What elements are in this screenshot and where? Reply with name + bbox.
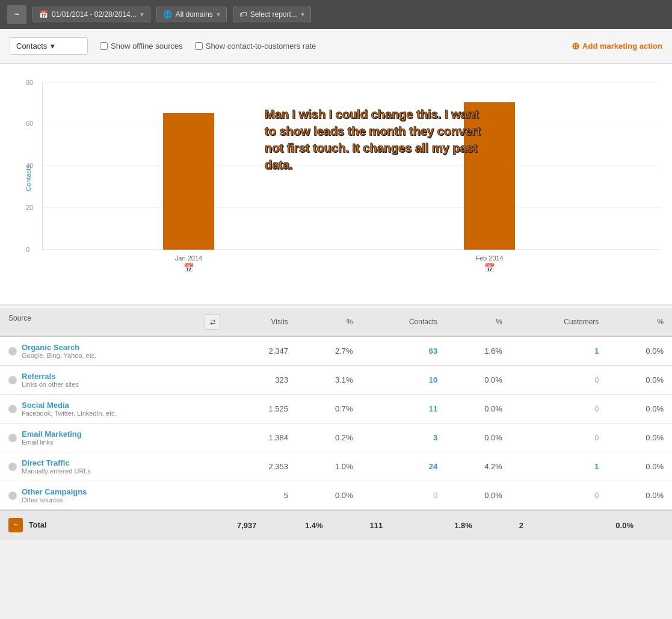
- col-source: Source ⇄: [0, 308, 229, 336]
- source-name-1[interactable]: Referrals: [22, 372, 79, 381]
- bar-feb-label: Feb 2014: [475, 254, 503, 262]
- add-marketing-action-button[interactable]: ⊕ Add marketing action: [572, 40, 662, 52]
- source-cell-3: Email Marketing Email links: [0, 423, 229, 452]
- grid-line-80: 80: [43, 82, 660, 82]
- show-offline-sources-checkbox[interactable]: [100, 42, 108, 50]
- customers-pct-3: 0.0%: [607, 423, 672, 452]
- customers-5: 0: [511, 481, 608, 511]
- visits-4: 2,353: [229, 452, 297, 481]
- contacts-dropdown[interactable]: Contacts ▾: [10, 37, 88, 55]
- domain-dropdown[interactable]: 🌐 All domains ▾: [156, 7, 227, 22]
- source-sub-1: Links on other sites: [22, 381, 79, 388]
- y-tick-40: 40: [26, 162, 33, 169]
- contacts-pct-0: 1.6%: [446, 336, 511, 366]
- customers-2: 0: [511, 395, 608, 423]
- source-sub-0: Google, Bing, Yahoo, etc.: [22, 352, 96, 359]
- contacts-1[interactable]: 10: [362, 366, 446, 395]
- table-header: Source ⇄ Visits % Contacts % Customers %: [0, 308, 672, 336]
- col-customers: Customers: [511, 308, 608, 336]
- table-row: Direct Traffic Manually entered URLs 2,3…: [0, 452, 672, 481]
- visits-pct-3: 0.2%: [297, 423, 362, 452]
- grid-line-0: 0: [43, 249, 660, 250]
- source-cell-1: Referrals Links on other sites: [0, 366, 229, 395]
- contacts-2[interactable]: 11: [362, 395, 446, 423]
- y-tick-20: 20: [26, 204, 33, 211]
- chart-section: Contacts 80 60 40 20 0: [0, 64, 672, 306]
- source-cell-4: Direct Traffic Manually entered URLs: [0, 452, 229, 481]
- visits-3: 1,384: [229, 423, 297, 452]
- source-name-0[interactable]: Organic Search: [22, 343, 96, 352]
- customers-4[interactable]: 1: [511, 452, 608, 481]
- sources-table: Source ⇄ Visits % Contacts % Customers %: [0, 308, 672, 540]
- table-row: Email Marketing Email links 1,384 0.2% 3…: [0, 423, 672, 452]
- visits-1: 323: [229, 366, 297, 395]
- data-table-container: Source ⇄ Visits % Contacts % Customers %: [0, 308, 672, 540]
- swap-icon-button[interactable]: ⇄: [205, 314, 220, 330]
- total-contacts-pct: 1.8%: [446, 510, 511, 540]
- col-visits-pct: %: [297, 308, 362, 336]
- show-contact-to-customers-label[interactable]: Show contact-to-customers rate: [195, 42, 316, 51]
- visits-pct-5: 0.0%: [297, 481, 362, 511]
- main-content: Contacts ▾ Show offline sources Show con…: [0, 29, 672, 540]
- bar-jan-calendar-icon: 📅: [183, 263, 194, 273]
- top-nav-bar: ~ 📅 01/01/2014 - 02/28/2014... ▾ 🌐 All d…: [0, 0, 672, 29]
- show-contact-to-customers-checkbox[interactable]: [195, 42, 203, 50]
- report-dropdown[interactable]: 🏷 Select report... ▾: [233, 7, 311, 22]
- bar-chart: Contacts 80 60 40 20 0: [42, 82, 660, 274]
- row-icon-4: [8, 463, 17, 471]
- total-visits-pct: 1.4%: [297, 510, 362, 540]
- customers-0[interactable]: 1: [511, 336, 608, 366]
- date-range-dropdown[interactable]: 📅 01/01/2014 - 02/28/2014... ▾: [32, 7, 150, 22]
- total-icon: ~: [8, 518, 23, 532]
- logo-icon: ~: [7, 5, 26, 24]
- row-icon-2: [8, 405, 17, 413]
- row-icon-5: [8, 491, 17, 500]
- bar-jan-value: [163, 113, 214, 250]
- table-row: Referrals Links on other sites 323 3.1% …: [0, 366, 672, 395]
- total-label: Total: [29, 520, 47, 529]
- visits-pct-4: 1.0%: [297, 452, 362, 481]
- total-customers-pct: 0.0%: [607, 510, 672, 540]
- customers-1: 0: [511, 366, 608, 395]
- col-customers-pct: %: [607, 308, 672, 336]
- source-name-3[interactable]: Email Marketing: [22, 430, 82, 439]
- source-name-4[interactable]: Direct Traffic: [22, 458, 91, 467]
- source-sub-2: Facebook, Twitter, LinkedIn, etc.: [22, 410, 117, 417]
- date-range-value: 01/01/2014 - 02/28/2014...: [52, 10, 137, 19]
- contacts-4[interactable]: 24: [362, 452, 446, 481]
- total-row: ~ Total 7,937 1.4% 111 1.8% 2 0.0%: [0, 510, 672, 540]
- customers-pct-5: 0.0%: [607, 481, 672, 511]
- customers-pct-1: 0.0%: [607, 366, 672, 395]
- source-cell-2: Social Media Facebook, Twitter, LinkedIn…: [0, 395, 229, 423]
- table-body: Organic Search Google, Bing, Yahoo, etc.…: [0, 336, 672, 510]
- y-tick-0: 0: [26, 246, 29, 253]
- customers-pct-2: 0.0%: [607, 395, 672, 423]
- source-name-5[interactable]: Other Campaigns: [22, 487, 87, 496]
- total-visits: 7,937: [229, 510, 297, 540]
- customers-pct-0: 0.0%: [607, 336, 672, 366]
- contacts-pct-5: 0.0%: [446, 481, 511, 511]
- show-offline-sources-label[interactable]: Show offline sources: [100, 42, 183, 51]
- y-tick-60: 60: [26, 120, 33, 127]
- report-value: Select report...: [250, 10, 297, 19]
- contacts-pct-4: 4.2%: [446, 452, 511, 481]
- y-tick-80: 80: [26, 79, 33, 86]
- bar-jan-label: Jan 2014: [175, 254, 202, 262]
- visits-5: 5: [229, 481, 297, 511]
- contacts-5: 0: [362, 481, 446, 511]
- source-name-2[interactable]: Social Media: [22, 401, 117, 410]
- col-contacts-pct: %: [446, 308, 511, 336]
- source-cell-5: Other Campaigns Other sources: [0, 481, 229, 511]
- contacts-arrow-icon: ▾: [51, 42, 55, 51]
- domain-arrow-icon: ▾: [217, 10, 220, 19]
- table-footer: ~ Total 7,937 1.4% 111 1.8% 2 0.0%: [0, 510, 672, 540]
- customers-3: 0: [511, 423, 608, 452]
- visits-0: 2,347: [229, 336, 297, 366]
- visits-pct-1: 3.1%: [297, 366, 362, 395]
- contacts-0[interactable]: 63: [362, 336, 446, 366]
- contacts-3[interactable]: 3: [362, 423, 446, 452]
- table-row: Social Media Facebook, Twitter, LinkedIn…: [0, 395, 672, 423]
- table-row: Other Campaigns Other sources 5 0.0% 0 0…: [0, 481, 672, 511]
- total-contacts: 111: [362, 510, 446, 540]
- col-contacts: Contacts: [362, 308, 446, 336]
